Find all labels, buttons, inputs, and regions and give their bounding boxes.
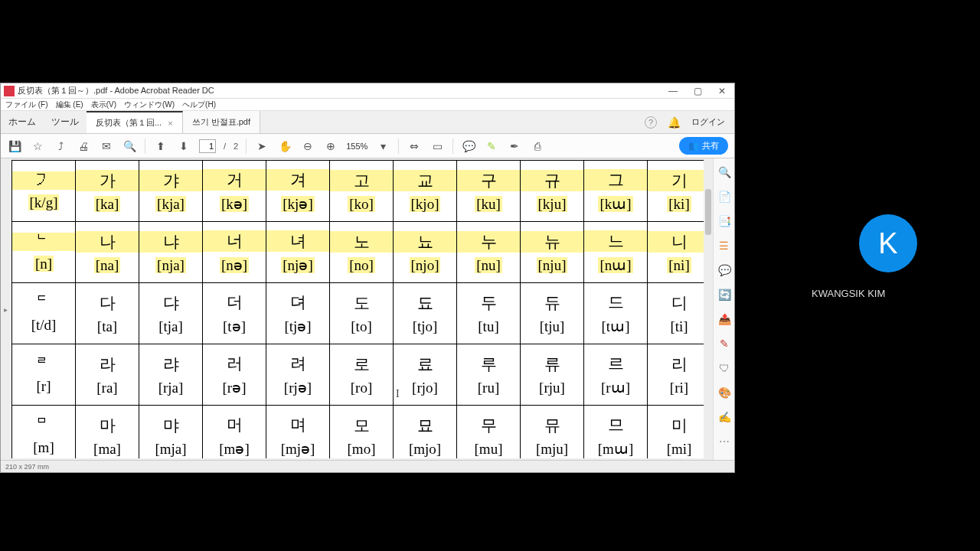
table-cell: 라[ra] bbox=[76, 344, 139, 406]
ipa-text: [ku] bbox=[475, 196, 502, 212]
hangul-char: 묘 bbox=[394, 415, 456, 436]
ipa-text: [tu] bbox=[478, 318, 498, 334]
side-tool-icon[interactable]: 🔄 bbox=[718, 289, 730, 301]
upload-icon[interactable]: ⤴ bbox=[53, 139, 68, 154]
close-button[interactable]: ✕ bbox=[710, 83, 734, 99]
page-up-icon[interactable]: ⬆ bbox=[153, 139, 168, 154]
document-tab-1[interactable]: 反切表（第１回... × bbox=[87, 111, 183, 133]
zoom-in-icon[interactable]: ⊕ bbox=[323, 139, 338, 154]
fit-page-icon[interactable]: ▭ bbox=[430, 139, 445, 154]
minimize-button[interactable]: — bbox=[661, 83, 685, 99]
ipa-text: [no] bbox=[348, 257, 375, 273]
table-cell: 너[nə] bbox=[203, 222, 266, 283]
page-dimensions: 210 x 297 mm bbox=[5, 463, 49, 471]
table-cell: 류[rju] bbox=[521, 344, 584, 406]
side-tool-icon[interactable]: ✍ bbox=[718, 411, 730, 423]
search-icon[interactable]: 🔍 bbox=[122, 139, 137, 154]
ipa-text: [kjo] bbox=[410, 196, 441, 212]
star-icon[interactable]: ☆ bbox=[30, 139, 45, 154]
login-button[interactable]: ログイン bbox=[691, 116, 725, 128]
document-view[interactable]: ᄀ[k/g]가[ka]갸[kja]거[kə]겨[kjə]고[ko]교[kjo]구… bbox=[11, 160, 711, 458]
highlight-icon[interactable]: ✎ bbox=[484, 139, 499, 154]
share-label: 共有 bbox=[702, 140, 719, 152]
side-tool-icon[interactable]: 📤 bbox=[718, 313, 730, 325]
table-cell: 러[rə] bbox=[203, 344, 266, 406]
ipa-text: [ti] bbox=[670, 318, 688, 334]
page-total: 2 bbox=[234, 142, 238, 151]
comment-icon[interactable]: 💬 bbox=[461, 139, 476, 154]
menu-bar: ファイル (F) 編集 (E) 表示(V) ウィンドウ(W) ヘルプ(H) bbox=[1, 99, 734, 111]
maximize-button[interactable]: ▢ bbox=[685, 83, 710, 99]
ipa-text: [tju] bbox=[540, 318, 565, 334]
hangul-char: 뮤 bbox=[521, 415, 583, 436]
document-tab-1-close-icon[interactable]: × bbox=[168, 119, 172, 128]
side-tool-icon[interactable]: 🎨 bbox=[718, 386, 730, 399]
document-tab-2[interactable]: 쓰기 반절표.pdf bbox=[183, 111, 260, 133]
table-cell: 거[kə] bbox=[203, 161, 266, 222]
scrollbar-thumb[interactable] bbox=[705, 189, 711, 235]
ipa-text: [t/d] bbox=[31, 317, 57, 333]
tools-tab[interactable]: ツール bbox=[44, 111, 87, 133]
email-icon[interactable]: ✉ bbox=[99, 139, 114, 154]
document-tab-2-label: 쓰기 반절표.pdf bbox=[192, 116, 250, 128]
zoom-dropdown-icon[interactable]: ▾ bbox=[375, 139, 390, 154]
save-icon[interactable]: 💾 bbox=[7, 139, 22, 154]
table-cell: 드[tɯ] bbox=[584, 283, 648, 344]
hangul-char: 무 bbox=[457, 415, 520, 436]
table-cell: 됴[tjo] bbox=[394, 283, 457, 344]
side-tool-icon[interactable]: 🛡 bbox=[718, 362, 730, 374]
ipa-text: [kju] bbox=[537, 196, 568, 212]
toolbar: 💾 ☆ ⤴ 🖨 ✉ 🔍 ⬆ ⬇ / 2 ➤ ✋ ⊖ ⊕ 155% ▾ ⇔ ▭ 💬… bbox=[1, 134, 734, 158]
table-cell: 므[mɯ] bbox=[584, 406, 648, 459]
home-tab[interactable]: ホーム bbox=[1, 111, 44, 133]
ipa-text: [ni] bbox=[667, 257, 691, 273]
print-icon[interactable]: 🖨 bbox=[76, 139, 91, 154]
page-separator: / bbox=[224, 142, 226, 151]
share-button[interactable]: 👥 共有 bbox=[679, 137, 728, 155]
side-tool-icon[interactable]: ☰ bbox=[718, 240, 730, 252]
table-cell: 뇨[njo] bbox=[394, 222, 457, 283]
select-tool-icon[interactable]: ➤ bbox=[254, 139, 270, 154]
table-cell: 가[ka] bbox=[76, 161, 139, 222]
left-pane-toggle[interactable]: ▸ bbox=[1, 158, 10, 460]
sign-icon[interactable]: ✒ bbox=[507, 139, 522, 154]
menu-file[interactable]: ファイル (F) bbox=[5, 99, 48, 110]
menu-help[interactable]: ヘルプ(H) bbox=[182, 99, 216, 110]
table-cell: 마[ma] bbox=[76, 406, 139, 459]
hangul-char: 르 bbox=[584, 353, 647, 374]
zoom-level[interactable]: 155% bbox=[346, 142, 368, 151]
table-cell: 누[nu] bbox=[457, 222, 521, 283]
menu-edit[interactable]: 編集 (E) bbox=[56, 99, 83, 110]
side-tool-icon[interactable]: 📄 bbox=[718, 191, 730, 203]
page-down-icon[interactable]: ⬇ bbox=[176, 139, 191, 154]
side-tool-icon[interactable]: 📑 bbox=[718, 215, 730, 227]
share-people-icon: 👥 bbox=[688, 141, 699, 151]
vertical-scrollbar[interactable] bbox=[704, 158, 713, 460]
page-number-input[interactable] bbox=[199, 139, 216, 153]
hangul-char: 냐 bbox=[139, 231, 202, 253]
acrobat-window: 反切表（第１回～）.pdf - Adobe Acrobat Reader DC … bbox=[0, 83, 735, 473]
side-tool-icon[interactable]: 🔍 bbox=[718, 166, 730, 178]
side-tool-icon[interactable]: ✎ bbox=[718, 337, 730, 350]
menu-window[interactable]: ウィンドウ(W) bbox=[124, 99, 175, 110]
menu-view[interactable]: 表示(V) bbox=[91, 99, 116, 110]
tab-bar: ホーム ツール 反切表（第１回... × 쓰기 반절표.pdf ? 🔔 ログイン bbox=[1, 111, 734, 134]
fit-width-icon[interactable]: ⇔ bbox=[407, 139, 422, 154]
avatar-letter: K bbox=[878, 227, 897, 260]
hangul-char: ᄃ bbox=[12, 294, 75, 312]
hangul-char: 미 bbox=[648, 415, 710, 436]
ipa-text: [nɯ] bbox=[598, 257, 632, 273]
hangul-char: 갸 bbox=[139, 170, 202, 191]
hangul-char: 듀 bbox=[521, 292, 583, 314]
stamp-icon[interactable]: ⎙ bbox=[530, 139, 545, 154]
ipa-text: [rjə] bbox=[284, 380, 312, 396]
hand-tool-icon[interactable]: ✋ bbox=[277, 139, 292, 154]
side-tool-icon[interactable]: ⋯ bbox=[718, 435, 730, 448]
side-tool-icon[interactable]: 💬 bbox=[718, 264, 730, 276]
hangul-char: 뎌 bbox=[266, 292, 329, 313]
table-cell: 먀[mja] bbox=[139, 406, 203, 459]
zoom-out-icon[interactable]: ⊖ bbox=[300, 139, 315, 154]
hangul-char: 므 bbox=[584, 414, 647, 435]
help-icon[interactable]: ? bbox=[645, 116, 657, 129]
notifications-icon[interactable]: 🔔 bbox=[668, 116, 681, 129]
